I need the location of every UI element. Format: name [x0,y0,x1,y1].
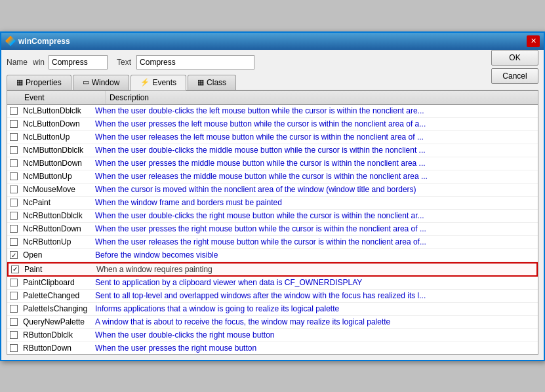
table-row[interactable]: NcLButtonDblclkWhen the user double-clic… [7,105,538,118]
event-checkbox[interactable]: ✓ [10,251,18,259]
table-row[interactable]: RButtonDownWhen the user presses the rig… [7,342,538,354]
tab-window-label: Window [92,78,120,87]
event-checkbox[interactable] [10,146,18,154]
event-checkbox[interactable] [10,172,18,180]
event-name: QueryNewPalette [20,316,92,328]
event-name: NcRButtonDblclk [20,210,92,222]
event-description: Informs applications that a window is go… [92,303,538,315]
row-checkbox-cell [7,199,20,206]
event-checkbox[interactable] [10,344,18,352]
row-checkbox-cell [7,225,20,233]
col-header-desc: Description [106,91,538,104]
event-checkbox[interactable] [10,107,18,115]
event-checkbox[interactable] [10,279,18,286]
row-checkbox-cell [7,133,20,141]
row-checkbox-cell: ✓ [9,265,22,273]
event-checkbox[interactable] [10,305,18,313]
table-row[interactable]: NcLButtonUpWhen the user releases the le… [7,131,538,144]
event-checkbox[interactable]: ✓ [11,265,19,273]
table-body: NcLButtonDblclkWhen the user double-clic… [7,105,538,354]
row-checkbox-cell [7,172,20,180]
table-row[interactable]: NcMButtonDblclkWhen the user double-clic… [7,144,538,157]
event-description: When a window requires painting [94,264,536,275]
event-name: Paint [22,264,94,275]
tab-window[interactable]: ▭ Window [73,75,130,90]
table-row[interactable]: NcRButtonDownWhen the user presses the r… [7,223,538,236]
tab-class-label: Class [207,78,226,87]
table-row[interactable]: RButtonDblclkWhen the user double-clicks… [7,329,538,342]
tab-events[interactable]: ⚡ Events [131,75,186,90]
event-name: PaletteChanged [20,290,92,302]
event-description: When the window frame and borders must b… [92,197,538,208]
event-name: Open [20,249,92,261]
ok-button[interactable]: OK [491,50,538,66]
table-row[interactable]: NcRButtonDblclkWhen the user double-clic… [7,210,538,223]
event-name: PaintClipboard [20,277,92,288]
table-row[interactable]: ✓PaintWhen a window requires painting [7,262,538,277]
event-checkbox[interactable] [10,238,18,246]
event-name: RButtonDblclk [20,329,92,341]
table-row[interactable]: NcMButtonDownWhen the user presses the m… [7,157,538,170]
tab-properties[interactable]: ▦ Properties [7,75,71,90]
properties-icon: ▦ [16,78,23,87]
event-name: NcLButtonUp [20,131,92,143]
event-name: NcMButtonUp [20,170,92,182]
row-checkbox-cell [7,292,20,300]
table-row[interactable]: NcMouseMoveWhen the cursor is moved with… [7,184,538,197]
table-row[interactable]: PaletteIsChangingInforms applications th… [7,303,538,316]
event-name: NcMButtonDblclk [20,144,92,156]
event-description: When the user presses the middle mouse b… [92,157,538,169]
tab-events-label: Events [152,78,176,87]
row-checkbox-cell [7,331,20,339]
table-row[interactable]: QueryNewPaletteA window that is about to… [7,316,538,329]
event-checkbox[interactable] [10,120,18,128]
event-name: NcMouseMove [20,184,92,195]
event-name: NcLButtonDblclk [20,105,92,117]
event-checkbox[interactable] [10,186,18,193]
name-label: Name [7,58,28,67]
tab-bar: ▦ Properties ▭ Window ⚡ Events ▦ Class [7,75,538,90]
event-checkbox[interactable] [10,331,18,339]
row-checkbox-cell [7,146,20,154]
event-checkbox[interactable] [10,199,18,206]
event-description: Sent to application by a clipboard viewe… [92,277,538,288]
table-row[interactable]: NcPaintWhen the window frame and borders… [7,197,538,210]
event-checkbox[interactable] [10,318,18,326]
table-row[interactable]: PaintClipboardSent to application by a c… [7,277,538,290]
row-checkbox-cell [7,238,20,246]
event-checkbox[interactable] [10,225,18,233]
event-name: NcRButtonDown [20,223,92,235]
main-window: winCompress ✕ Name win Text OK Cancel ▦ … [0,31,545,361]
row-checkbox-cell [7,159,20,167]
row-checkbox-cell [7,120,20,128]
titlebar-left: winCompress [5,36,70,47]
close-button[interactable]: ✕ [527,35,540,47]
table-row[interactable]: NcRButtonUpWhen the user releases the ri… [7,236,538,249]
event-description: When the user releases the right mouse b… [92,236,538,248]
event-name: RButtonDown [20,342,92,354]
event-description: A window that is about to receive the fo… [92,316,538,328]
table-row[interactable]: NcMButtonUpWhen the user releases the mi… [7,170,538,184]
action-buttons: OK Cancel [491,50,538,84]
row-checkbox-cell [7,212,20,220]
events-table: Event Description NcLButtonDblclkWhen th… [7,90,538,355]
table-row[interactable]: NcLButtonDownWhen the user presses the l… [7,118,538,131]
row-checkbox-cell [7,318,20,326]
event-checkbox[interactable] [10,292,18,300]
event-description: Sent to all top-level and overlapped win… [92,290,538,302]
event-description: When the user double-clicks the right mo… [92,329,538,341]
table-row[interactable]: ✓OpenBefore the window becomes visible [7,249,538,262]
text-input[interactable] [136,55,254,69]
event-description: Before the window becomes visible [92,249,538,261]
table-row[interactable]: PaletteChangedSent to all top-level and … [7,290,538,303]
class-icon: ▦ [197,78,204,87]
event-checkbox[interactable] [10,159,18,167]
cancel-button[interactable]: Cancel [491,68,538,84]
events-icon: ⚡ [140,78,150,87]
titlebar: winCompress ✕ [1,33,544,50]
name-input[interactable] [49,55,108,69]
event-checkbox[interactable] [10,212,18,220]
row-checkbox-cell [7,279,20,286]
tab-class[interactable]: ▦ Class [188,75,236,90]
event-checkbox[interactable] [10,133,18,141]
